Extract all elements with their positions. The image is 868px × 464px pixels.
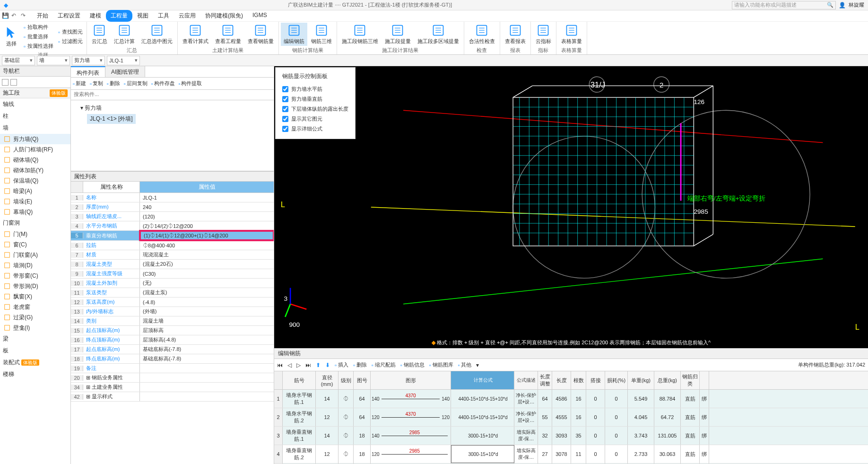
nav-category[interactable]: 梁 [0, 333, 70, 345]
nav-item[interactable]: 带形窗(C) [0, 271, 70, 281]
menu-1[interactable]: 工程设置 [53, 10, 85, 22]
rebar-col-header[interactable]: 筋号 [283, 371, 316, 389]
ribbon-btn-查看钢筋量[interactable]: 查看钢筋量 [245, 23, 277, 46]
row-up-icon[interactable]: ⬆ [316, 362, 321, 368]
ribbon-btn-施工段多区域提量[interactable]: 施工段多区域提量 [415, 23, 462, 46]
rebar-col-header[interactable]: 长度调整 [538, 371, 552, 389]
property-row[interactable]: 13 内/外墙标志 (外墙) [71, 307, 274, 316]
mid-tool-删除[interactable]: ▫删除 [107, 80, 120, 87]
nav-item[interactable]: 门(M) [0, 229, 70, 239]
nav-item[interactable]: 保温墙(Q) [0, 175, 70, 186]
filter-subcategory[interactable]: 剪力墙 [72, 56, 105, 65]
property-row[interactable]: 20 ⊞ 钢筋业务属性 [71, 373, 274, 383]
rebar-col-header[interactable]: 计算公式 [451, 371, 514, 389]
property-row[interactable]: 18 终点底标高(m) 基础底标高(-7.8) [71, 354, 274, 364]
ribbon-btn[interactable]: ▫拾取构件 [22, 23, 55, 32]
nav-next-icon[interactable]: ▷ [296, 362, 301, 368]
row-down-icon[interactable]: ⬇ [325, 362, 330, 368]
nav-item[interactable]: 剪力墙(Q) [0, 134, 70, 144]
property-row[interactable]: 17 起点底标高(m) 基础底标高(-7.8) [71, 345, 274, 354]
nav-section-header[interactable]: 施工段 体验版 [0, 88, 70, 98]
filter-category[interactable]: 墙 [37, 56, 70, 65]
more-dropdown[interactable]: ▾ [476, 362, 479, 368]
filter-floor[interactable]: 基础层 [2, 56, 35, 65]
ribbon-btn-表格算量[interactable]: 表格算量 [558, 23, 585, 46]
rebar-row[interactable]: 3 墙身垂直钢筋.1 14 ⏀ 18 1402985 3000-15+10*d … [274, 427, 868, 445]
tree-root[interactable]: ▾ 剪力墙 [74, 103, 271, 113]
nav-item[interactable]: 带形洞(D) [0, 281, 70, 291]
property-row[interactable]: 1 名称 JLQ-1 [71, 193, 274, 202]
ribbon-btn[interactable]: ▫批量选择 [22, 32, 55, 41]
select-button[interactable]: 选择 [2, 25, 21, 48]
property-row[interactable]: 11 泵送类型 (混凝土泵) [71, 288, 274, 298]
rebar-col-header[interactable]: 搭接 [586, 371, 605, 389]
mid-tool-构件提取[interactable]: ▫构件提取 [179, 80, 202, 87]
nav-tool-2[interactable] [10, 79, 17, 86]
menu-4[interactable]: 视图 [132, 10, 153, 22]
nav-item[interactable]: 砌体加筋(Y) [0, 165, 70, 175]
property-row[interactable]: 10 混凝土外加剂 (无) [71, 279, 274, 288]
mid-tool-复制[interactable]: ▫复制 [90, 80, 103, 87]
menu-2[interactable]: 建模 [85, 10, 106, 22]
rebar-col-header[interactable]: 根数 [571, 371, 586, 389]
nav-item[interactable]: 飘窗(X) [0, 291, 70, 302]
mid-tool-层间复制[interactable]: ▫层间复制 [124, 80, 148, 87]
rebar-col-header[interactable]: 单重(kg) [628, 371, 654, 389]
property-row[interactable]: 12 泵送高度(m) (-4.8) [71, 298, 274, 307]
ribbon-btn-汇总计算[interactable]: 汇总计算 [111, 23, 138, 46]
bottom-tool-钢筋图库[interactable]: ▫钢筋图库 [429, 361, 453, 368]
property-row[interactable]: 14 类别 混凝土墙 [71, 316, 274, 326]
bottom-tool-插入[interactable]: ▫插入 [335, 361, 348, 368]
component-search[interactable] [71, 90, 274, 100]
ribbon-btn-合法性检查[interactable]: 合法性检查 [466, 23, 498, 46]
bottom-tool-钢筋信息[interactable]: ▫钢筋信息 [400, 361, 425, 368]
ribbon-btn-编辑钢筋[interactable]: 编辑钢筋 [281, 23, 307, 46]
ribbon-btn-施工段钢筋三维[interactable]: 施工段钢筋三维 [339, 23, 381, 46]
display-checkbox[interactable]: 显示详细公式 [282, 124, 348, 134]
display-checkbox[interactable]: 剪力墙垂直筋 [282, 94, 348, 104]
menu-5[interactable]: 工具 [153, 10, 174, 22]
undo-icon[interactable]: ↶ [11, 12, 19, 20]
ribbon-btn-查看计算式[interactable]: 查看计算式 [180, 23, 211, 46]
mid-tool-构件存盘[interactable]: ▫构件存盘 [151, 80, 175, 87]
ribbon-btn-云指标[interactable]: 云指标 [533, 23, 554, 46]
nav-item[interactable]: 老虎窗 [0, 302, 70, 312]
nav-category[interactable]: 楼梯 [0, 368, 70, 380]
rebar-col-header[interactable]: 直径(mm) [316, 371, 339, 389]
nav-category[interactable]: 板 [0, 345, 70, 357]
property-row[interactable]: 4 水平分布钢筋 (2)⏀14/(2)⏀12@200 [71, 221, 274, 231]
nav-item[interactable]: 门联窗(A) [0, 250, 70, 260]
nav-item[interactable]: 砌体墙(Q) [0, 155, 70, 165]
nav-category[interactable]: 门窗洞 [0, 217, 70, 229]
rebar-col-header[interactable]: 损耗(%) [605, 371, 628, 389]
tab-1[interactable]: AI图纸管理 [105, 66, 145, 77]
menu-0[interactable]: 开始 [32, 10, 53, 22]
ribbon-btn[interactable]: ▫查找图元 [56, 27, 85, 36]
nav-category[interactable]: 柱 [0, 110, 70, 122]
display-checkbox[interactable]: 下层墙体纵筋的露出长度 [282, 104, 348, 114]
user-avatar-icon[interactable]: 👤 [839, 2, 846, 9]
tree-item[interactable]: JLQ-1 <1> [外墙] [74, 113, 271, 125]
property-row[interactable]: 34 ⊞ 土建业务属性 [71, 383, 274, 392]
display-checkbox[interactable]: 剪力墙水平筋 [282, 84, 348, 94]
tab-0[interactable]: 构件列表 [71, 66, 105, 77]
property-row[interactable]: 8 混凝土类型 (混凝土20石) [71, 260, 274, 269]
menu-3[interactable]: 工程量 [106, 10, 132, 22]
rebar-row[interactable]: 1 墙身水平钢筋.1 14 ⏀ 64 1404370140 4400-15+10… [274, 390, 868, 408]
ribbon-btn[interactable]: ▫过滤图元 [56, 37, 85, 46]
nav-item[interactable]: 幕墙(Q) [0, 207, 70, 217]
mid-tool-新建[interactable]: ▫新建 [73, 80, 86, 87]
nav-item[interactable]: 墙洞(D) [0, 260, 70, 271]
redo-icon[interactable]: ↷ [21, 12, 28, 20]
property-row[interactable]: 2 厚度(mm) 240 [71, 202, 274, 212]
cad-viewport[interactable]: 钢筋显示控制面板 剪力墙水平筋剪力墙垂直筋下层墙体纵筋的露出长度显示其它图元显示… [274, 66, 868, 348]
property-row[interactable]: 5 垂直分布钢筋 (1)⏀14/(1)⏀12@200+(1)⏀14@200 [71, 231, 274, 241]
bottom-tool-其他[interactable]: ▫其他 [458, 361, 472, 368]
rebar-col-header[interactable]: 钢筋归类 [681, 371, 700, 389]
menu-7[interactable]: 协同建模(限免) [200, 10, 248, 22]
property-row[interactable]: 3 轴线距左墙皮... (120) [71, 212, 274, 221]
ribbon-btn-查看工程量[interactable]: 查看工程量 [212, 23, 244, 46]
cad-drawing[interactable]: 31/J 2 [274, 66, 868, 348]
ribbon-btn-查看报表[interactable]: 查看报表 [502, 23, 529, 46]
nav-category[interactable]: 墙 [0, 122, 70, 134]
